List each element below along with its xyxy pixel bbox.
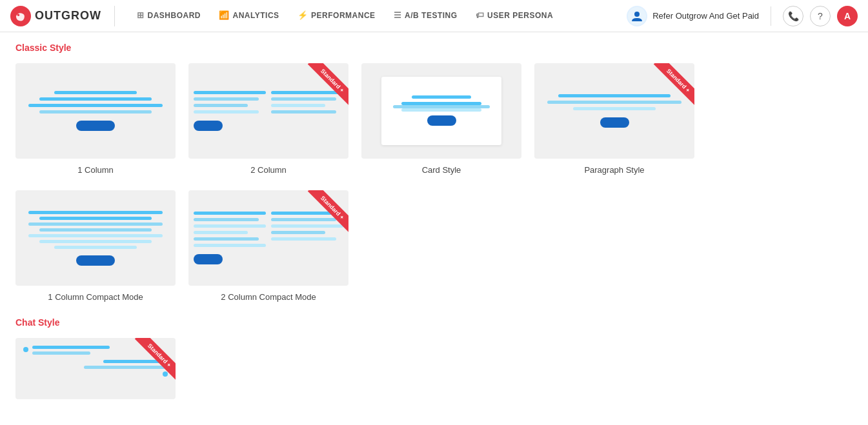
card-preview-paragraph: Standard + xyxy=(534,63,694,159)
line xyxy=(573,107,656,110)
lines-1col xyxy=(15,86,176,136)
col-lines-left xyxy=(194,91,266,131)
cta-preview xyxy=(427,115,456,126)
line xyxy=(558,94,671,97)
card-label-card: Card Style xyxy=(422,165,461,175)
abtesting-icon: ☰ xyxy=(394,10,402,20)
card-preview-2col-compact: Standard + xyxy=(188,190,348,286)
col-lines-left-compact xyxy=(194,212,266,264)
card-label-1col-compact: 1 Column Compact Mode xyxy=(48,292,143,302)
line xyxy=(194,244,266,247)
line xyxy=(32,351,90,355)
nav-item-abtesting[interactable]: ☰ A/B TESTING xyxy=(385,0,467,32)
user-initial: A xyxy=(844,11,851,21)
line xyxy=(271,237,336,241)
cta-preview xyxy=(194,254,223,264)
cta-preview xyxy=(194,121,223,131)
nav-item-dashboard[interactable]: ⊞ DASHBOARD xyxy=(128,0,210,32)
userpersona-icon: 🏷 xyxy=(476,10,485,20)
classic-style-grid-row2: 1 Column Compact Mode Standard + xyxy=(15,190,853,302)
nav-items: ⊞ DASHBOARD 📶 ANALYTICS ⚡ PERFORMANCE ☰ … xyxy=(128,0,627,32)
user-avatar-button[interactable]: A xyxy=(837,6,858,26)
col-lines-right xyxy=(271,91,343,131)
line xyxy=(271,110,336,114)
nav-label-dashboard: DASHBOARD xyxy=(148,11,201,20)
layout-card-2col[interactable]: Standard + xyxy=(188,63,348,175)
nav-label-analytics: ANALYTICS xyxy=(233,11,279,20)
layout-card-card[interactable]: Card Style xyxy=(361,63,521,175)
cta-preview xyxy=(76,121,115,131)
content: Classic Style 1 Column Standard + xyxy=(0,32,868,425)
help-icon: ? xyxy=(818,11,823,21)
line xyxy=(103,360,168,363)
line xyxy=(194,212,266,215)
line xyxy=(271,104,325,107)
line xyxy=(39,228,152,232)
card-preview-2col: Standard + xyxy=(188,63,348,159)
logo[interactable]: OUTGROW xyxy=(10,6,115,26)
layout-card-1col[interactable]: 1 Column xyxy=(15,63,176,175)
layout-card-paragraph[interactable]: Standard + Paragraph Style xyxy=(534,63,694,175)
classic-style-grid: 1 Column Standard + xyxy=(15,63,853,175)
line xyxy=(194,97,259,101)
dashboard-icon: ⊞ xyxy=(137,10,145,20)
phone-icon: 📞 xyxy=(788,11,799,21)
layout-card-2col-compact[interactable]: Standard + xyxy=(188,190,348,302)
inner-white-card xyxy=(381,77,501,146)
line xyxy=(194,231,248,234)
line xyxy=(54,91,137,94)
classic-style-title: Classic Style xyxy=(15,43,853,53)
card-preview-chat: Standard + xyxy=(15,338,176,399)
line xyxy=(194,110,259,114)
card-label-2col: 2 Column xyxy=(250,165,287,175)
line xyxy=(401,108,482,112)
card-preview-1col-compact xyxy=(15,190,176,286)
svg-point-1 xyxy=(17,14,20,16)
nav-label-performance: PERFORMANCE xyxy=(311,11,376,20)
layout-card-1col-compact[interactable]: 1 Column Compact Mode xyxy=(15,190,176,302)
chat-user-dot xyxy=(163,371,168,377)
cta-preview xyxy=(76,255,115,266)
nav-right: Refer Outgrow And Get Paid 📞 ? A xyxy=(627,6,858,26)
performance-icon: ⚡ xyxy=(298,10,308,20)
phone-button[interactable]: 📞 xyxy=(783,6,803,26)
card-label-paragraph: Paragraph Style xyxy=(584,165,644,175)
nav-divider xyxy=(771,6,771,26)
line xyxy=(28,211,163,214)
chat-style-title: Chat Style xyxy=(15,317,853,328)
line xyxy=(271,231,325,234)
nav-item-performance[interactable]: ⚡ PERFORMANCE xyxy=(288,0,385,32)
card-label-1col: 1 Column xyxy=(77,165,114,175)
refer-link[interactable]: Refer Outgrow And Get Paid xyxy=(627,6,759,26)
nav-item-userpersona[interactable]: 🏷 USER PERSONA xyxy=(467,0,563,32)
card-preview-1col xyxy=(15,63,176,159)
refer-text: Refer Outgrow And Get Paid xyxy=(652,11,759,21)
line xyxy=(194,237,259,241)
line xyxy=(28,104,163,107)
card-preview-card xyxy=(361,63,521,159)
line xyxy=(32,346,110,349)
svg-point-3 xyxy=(634,12,640,17)
chat-avatar-dot xyxy=(23,347,28,352)
layout-card-chat[interactable]: Standard + xyxy=(15,338,176,399)
nav-item-analytics[interactable]: 📶 ANALYTICS xyxy=(210,0,288,32)
line xyxy=(412,95,470,99)
line xyxy=(39,97,152,101)
logo-text: OUTGROW xyxy=(35,9,101,23)
chat-lines-left xyxy=(32,346,110,355)
navbar: OUTGROW ⊞ DASHBOARD 📶 ANALYTICS ⚡ PERFOR… xyxy=(0,0,868,32)
lines-paragraph xyxy=(534,89,694,133)
line xyxy=(194,224,266,228)
nav-label-userpersona: USER PERSONA xyxy=(487,11,553,20)
nav-label-abtesting: A/B TESTING xyxy=(405,11,458,20)
chat-style-grid: Standard + xyxy=(15,338,853,399)
line xyxy=(271,218,336,221)
line xyxy=(39,110,152,114)
line xyxy=(39,240,152,243)
help-button[interactable]: ? xyxy=(810,6,831,26)
line xyxy=(54,246,137,249)
cta-preview xyxy=(600,117,629,128)
lines-1col-compact xyxy=(15,206,176,271)
line xyxy=(194,91,266,94)
two-col-compact-preview xyxy=(188,206,348,270)
